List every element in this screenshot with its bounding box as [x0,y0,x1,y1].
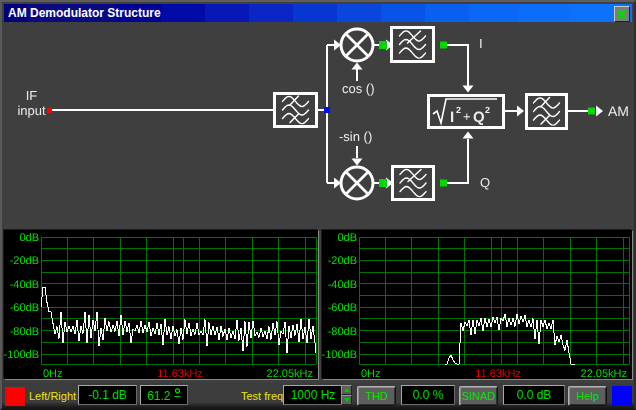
svg-text:-80dB: -80dB [10,326,39,338]
svg-text:-20dB: -20dB [10,255,39,267]
svg-text:-60dB: -60dB [328,302,357,314]
svg-text:+: + [463,109,471,124]
svg-text:0dB: 0dB [337,232,357,244]
svg-text:0Hz: 0Hz [43,368,63,379]
svg-text:-40dB: -40dB [328,279,357,291]
svg-text:-100dB: -100dB [4,349,39,361]
svg-text:2: 2 [456,105,461,115]
svg-text:22.05kHz: 22.05kHz [581,368,627,379]
svg-text:AM: AM [608,103,629,119]
svg-text:IF: IF [26,88,38,103]
svg-text:-80dB: -80dB [328,326,357,338]
svg-text:22.05kHz: 22.05kHz [267,368,313,379]
svg-text:Q: Q [480,175,490,190]
svg-text:cos (): cos () [342,81,375,96]
svg-text:I: I [450,109,454,126]
svg-text:11.63kHz: 11.63kHz [157,368,203,379]
svg-text:I: I [479,36,483,51]
svg-text:-60dB: -60dB [10,302,39,314]
svg-text:-40dB: -40dB [10,279,39,291]
svg-text:-20dB: -20dB [328,255,357,267]
svg-text:input: input [17,103,46,118]
svg-text:2: 2 [485,105,490,115]
svg-text:0dB: 0dB [19,232,39,244]
svg-text:-100dB: -100dB [322,349,357,361]
svg-text:Q: Q [473,109,485,126]
svg-text:0Hz: 0Hz [361,368,381,379]
svg-text:-sin (): -sin () [339,129,372,144]
svg-text:11.63kHz: 11.63kHz [475,368,521,379]
